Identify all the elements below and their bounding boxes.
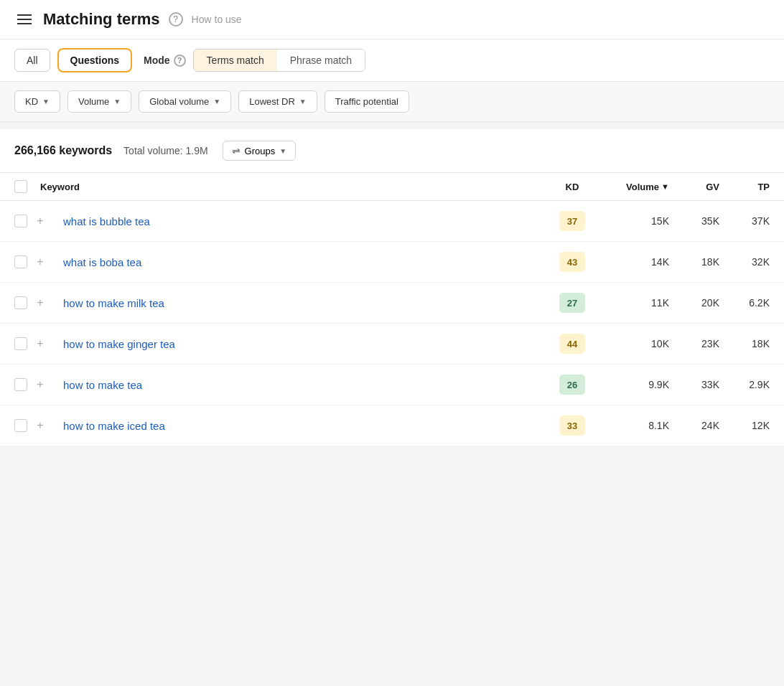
kd-badge: 27 [559,293,585,313]
groups-button[interactable]: ⇌ Groups ▼ [223,141,297,161]
table-row: + how to make milk tea 27 11K 20K 6.2K [0,283,784,324]
tp-cell: 2.9K [719,379,770,390]
keywords-summary: 266,166 keywords Total volume: 1.9M ⇌ Gr… [0,129,784,173]
all-filter-button[interactable]: All [14,49,50,72]
gv-cell: 35K [669,215,719,227]
volume-cell: 11K [597,297,669,309]
tp-cell: 12K [719,420,770,431]
tp-column-header: TP [719,182,770,192]
kd-badge: 26 [559,375,585,395]
table-header: Keyword KD Volume ▼ GV TP [0,173,784,201]
global-volume-chevron-icon: ▼ [213,98,220,105]
keyword-link[interactable]: what is bubble tea [63,215,547,227]
gv-cell: 18K [669,256,719,268]
table-row: + what is bubble tea 37 15K 35K 37K [0,201,784,242]
groups-filter-icon: ⇌ [232,145,241,156]
header-checkbox[interactable] [14,180,27,193]
keywords-count: 266,166 keywords [14,144,112,157]
keyword-column-header: Keyword [40,182,547,192]
kd-badge: 37 [559,211,585,231]
row-checkbox[interactable] [14,337,27,350]
tp-cell: 18K [719,338,770,349]
volume-cell: 14K [597,256,669,268]
total-volume: Total volume: 1.9M [123,145,208,156]
lowest-dr-dropdown[interactable]: Lowest DR ▼ [238,90,317,113]
page-title: Matching terms [43,10,160,29]
filter-bar: All Questions Mode ? Terms match Phrase … [0,39,784,82]
keyword-link[interactable]: what is boba tea [63,256,547,268]
header-help-icon[interactable]: ? [169,12,183,27]
kd-badge: 43 [559,252,585,272]
kd-badge: 33 [559,415,585,436]
keywords-section: 266,166 keywords Total volume: 1.9M ⇌ Gr… [0,129,784,446]
table-body: + what is bubble tea 37 15K 35K 37K + wh… [0,201,784,446]
row-checkbox[interactable] [14,419,27,432]
add-keyword-icon[interactable]: + [32,417,49,434]
row-checkbox[interactable] [14,378,27,391]
row-checkbox[interactable] [14,296,27,309]
questions-filter-button[interactable]: Questions [57,48,132,72]
volume-cell: 8.1K [597,420,669,431]
gv-cell: 23K [669,338,719,349]
global-volume-dropdown[interactable]: Global volume ▼ [139,90,231,113]
volume-sort-icon: ▼ [661,182,669,191]
hamburger-menu[interactable] [14,11,34,27]
tp-cell: 32K [719,256,770,268]
volume-chevron-icon: ▼ [113,98,121,105]
table-row: + how to make ginger tea 44 10K 23K 18K [0,324,784,365]
header: Matching terms ? How to use [0,0,784,39]
kd-column-header: KD [547,182,597,192]
volume-dropdown[interactable]: Volume ▼ [67,90,131,113]
add-keyword-icon[interactable]: + [32,253,49,271]
lowest-dr-chevron-icon: ▼ [299,98,307,105]
add-keyword-icon[interactable]: + [32,294,49,311]
dropdown-bar: KD ▼ Volume ▼ Global volume ▼ Lowest DR … [0,82,784,122]
kd-dropdown[interactable]: KD ▼ [14,90,60,113]
add-keyword-icon[interactable]: + [32,335,49,352]
mode-help-icon[interactable]: ? [174,55,186,67]
mode-text: Mode [144,55,170,66]
mode-label-group: Mode ? [144,55,186,67]
how-to-use-link[interactable]: How to use [192,14,242,25]
gv-cell: 24K [669,420,719,431]
gv-cell: 20K [669,297,719,309]
tp-cell: 6.2K [719,297,770,309]
kd-chevron-icon: ▼ [42,98,50,105]
tp-cell: 37K [719,215,770,227]
table-row: + what is boba tea 43 14K 18K 32K [0,242,784,283]
groups-chevron-icon: ▼ [279,147,286,155]
volume-cell: 15K [597,215,669,227]
volume-cell: 9.9K [597,379,669,390]
keyword-link[interactable]: how to make tea [63,379,547,391]
volume-column-header[interactable]: Volume ▼ [597,182,669,192]
gv-column-header: GV [669,182,719,192]
add-keyword-icon[interactable]: + [32,212,49,230]
keyword-link[interactable]: how to make milk tea [63,297,547,309]
table-row: + how to make iced tea 33 8.1K 24K 12K [0,405,784,446]
keyword-link[interactable]: how to make iced tea [63,420,547,432]
add-keyword-icon[interactable]: + [32,376,49,393]
kd-badge: 44 [559,334,585,354]
row-checkbox[interactable] [14,255,27,268]
table-row: + how to make tea 26 9.9K 33K 2.9K [0,365,784,405]
row-checkbox[interactable] [14,215,27,227]
volume-cell: 10K [597,338,669,349]
match-toggle: Terms match Phrase match [193,49,366,72]
traffic-potential-dropdown[interactable]: Traffic potential [325,90,409,113]
keyword-link[interactable]: how to make ginger tea [63,338,547,350]
gv-cell: 33K [669,379,719,390]
phrase-match-button[interactable]: Phrase match [277,50,365,71]
terms-match-button[interactable]: Terms match [194,50,277,71]
